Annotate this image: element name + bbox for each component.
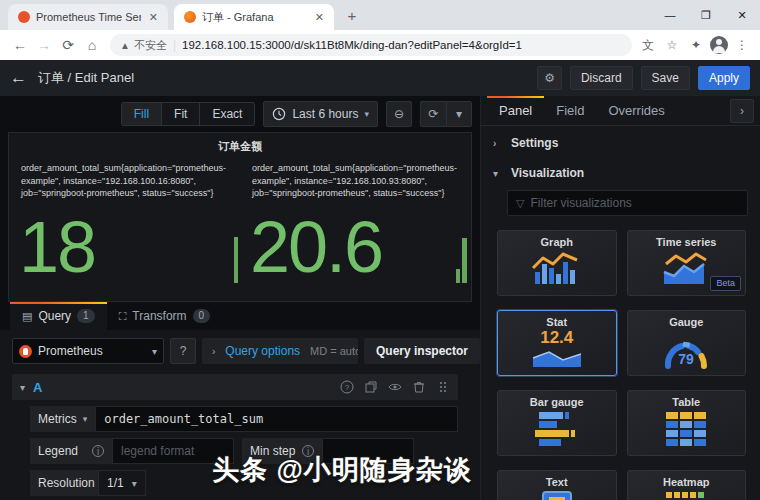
fit-option[interactable]: Fit	[162, 103, 200, 125]
browser-action-icons: 文 ☆ ✦ ⋮	[638, 35, 752, 55]
chevron-right-icon: ›	[212, 346, 215, 357]
options-tabs: Panel Field Overrides ›	[481, 96, 760, 126]
viz-card-graph[interactable]: Graph	[497, 230, 617, 296]
sparkline-bar	[234, 237, 238, 283]
tab-close-icon[interactable]: ✕	[147, 11, 160, 24]
back-icon[interactable]: ←	[8, 33, 32, 57]
size-mode-group: Fill Fit Exact	[121, 102, 256, 126]
save-button[interactable]: Save	[641, 66, 690, 90]
collapse-pane-button[interactable]: ›	[730, 99, 754, 123]
tab-label: Transform	[132, 309, 186, 323]
chevron-down-icon: ▾	[132, 478, 137, 489]
text-panel-icon	[529, 490, 585, 500]
filter-visualizations-input[interactable]: ▽ Filter visualizations	[507, 190, 748, 216]
filter-placeholder: Filter visualizations	[530, 196, 631, 210]
viz-card-time-series[interactable]: Time series Beta	[627, 230, 747, 296]
tab-query[interactable]: ▤ Query 1	[10, 302, 107, 330]
translate-icon[interactable]: 文	[638, 35, 658, 55]
legend-label: Legend	[38, 444, 78, 458]
refresh-interval-chevron-icon[interactable]: ▾	[446, 101, 472, 127]
metrics-dropdown[interactable]: Metrics ▾	[30, 406, 95, 432]
refresh-icon[interactable]: ⟳	[420, 101, 446, 127]
filter-funnel-icon: ▽	[516, 197, 524, 210]
sparkline-bar	[462, 238, 467, 283]
tab-close-icon[interactable]: ✕	[313, 11, 326, 24]
metric-expression-input[interactable]	[95, 406, 458, 432]
discard-button[interactable]: Discard	[570, 66, 633, 90]
drag-handle-icon[interactable]	[436, 380, 450, 394]
visualization-section-header[interactable]: ▾ Visualization	[481, 160, 760, 186]
graph-icon	[529, 250, 585, 286]
query-row-header[interactable]: ▾ A ?	[12, 374, 458, 400]
viz-card-bar-gauge[interactable]: Bar gauge	[497, 390, 617, 456]
heatmap-icon	[658, 490, 714, 500]
back-arrow-icon[interactable]: ←	[10, 68, 38, 88]
new-tab-button[interactable]: +	[340, 4, 364, 28]
svg-text:?: ?	[345, 383, 350, 392]
stat-value: 20.6	[250, 215, 382, 280]
menu-kebab-icon[interactable]: ⋮	[732, 35, 752, 55]
tab-field[interactable]: Field	[544, 96, 596, 126]
chevron-down-icon: ▾	[152, 346, 157, 357]
resolution-label: Resolution	[38, 476, 95, 490]
bookmark-star-icon[interactable]: ☆	[662, 35, 682, 55]
exact-option[interactable]: Exact	[200, 103, 254, 125]
fill-option[interactable]: Fill	[122, 103, 162, 125]
prometheus-favicon-icon	[18, 11, 30, 23]
trash-icon[interactable]	[412, 380, 426, 394]
viz-card-label: Table	[628, 396, 746, 408]
close-button[interactable]: ✕	[724, 0, 760, 30]
gauge-icon: 79	[658, 330, 714, 370]
home-icon[interactable]: ⌂	[80, 33, 104, 57]
reload-icon[interactable]: ⟳	[56, 33, 80, 57]
datasource-picker[interactable]: Prometheus ▾	[12, 338, 164, 364]
query-options-bar[interactable]: › Query options MD = auto = 503 Interval…	[202, 338, 358, 364]
time-series-icon	[658, 250, 714, 286]
maximize-button[interactable]: ❐	[688, 0, 724, 30]
viz-card-table[interactable]: Table	[627, 390, 747, 456]
apply-button[interactable]: Apply	[698, 66, 750, 90]
resolution-select[interactable]: 1/1 ▾	[98, 470, 146, 496]
chevron-down-icon: ▾	[20, 382, 25, 393]
visualization-label: Visualization	[511, 166, 584, 180]
browser-tab-prometheus[interactable]: Prometheus Time Series Colle ✕	[8, 4, 168, 30]
refresh-split-button: ⟳ ▾	[420, 101, 472, 127]
settings-section-header[interactable]: › Settings	[481, 130, 760, 156]
warning-icon: ▲	[120, 40, 130, 51]
extensions-icon[interactable]: ✦	[686, 35, 706, 55]
zoom-out-button[interactable]: ⊖	[386, 101, 412, 127]
browser-tab-grafana[interactable]: 订单 - Grafana ✕	[174, 4, 334, 30]
clock-icon	[272, 107, 286, 121]
forward-icon[interactable]: →	[32, 33, 56, 57]
url-text: 192.168.100.15:3000/d/sk11Bt8Mk/ding-dan…	[182, 39, 522, 51]
eye-icon[interactable]	[388, 380, 402, 394]
grafana-favicon-icon	[184, 11, 196, 23]
help-circle-icon[interactable]: ?	[340, 380, 354, 394]
query-inspector-button[interactable]: Query inspector	[364, 338, 480, 364]
tab-panel[interactable]: Panel	[487, 96, 544, 126]
prometheus-logo-icon	[19, 345, 32, 358]
viz-card-stat[interactable]: Stat 12.4	[497, 310, 617, 376]
time-range-picker[interactable]: Last 6 hours ▾	[263, 101, 378, 127]
database-icon: ▤	[22, 310, 32, 323]
beta-badge: Beta	[710, 276, 741, 291]
datasource-help-button[interactable]: ?	[170, 338, 196, 364]
profile-avatar[interactable]	[710, 36, 728, 54]
stat-series-label: order_amount_total_sum{application="prom…	[21, 162, 236, 200]
chevron-down-icon: ▾	[364, 109, 369, 119]
editor-tabs: ▤ Query 1 ⛶ Transform 0	[0, 302, 480, 330]
minimize-button[interactable]: —	[652, 0, 688, 30]
edit-left-pane: Fill Fit Exact Last 6 hours ▾ ⊖ ⟳ ▾ 订单金额…	[0, 96, 480, 500]
resolution-value: 1/1	[107, 476, 124, 490]
stat-panel-preview[interactable]: 订单金额 order_amount_total_sum{application=…	[8, 132, 472, 302]
viz-card-gauge[interactable]: Gauge 79	[627, 310, 747, 376]
datasource-name: Prometheus	[38, 344, 103, 358]
viz-card-label: Gauge	[628, 316, 746, 328]
panel-settings-gear-icon[interactable]: ⚙	[537, 66, 562, 90]
chevron-right-icon: ›	[493, 138, 503, 149]
chevron-down-icon: ▾	[493, 168, 503, 179]
tab-transform[interactable]: ⛶ Transform 0	[107, 302, 223, 330]
tab-overrides[interactable]: Overrides	[596, 96, 676, 126]
duplicate-icon[interactable]	[364, 380, 378, 394]
address-bar[interactable]: ▲ 不安全 | 192.168.100.15:3000/d/sk11Bt8Mk/…	[110, 34, 632, 56]
